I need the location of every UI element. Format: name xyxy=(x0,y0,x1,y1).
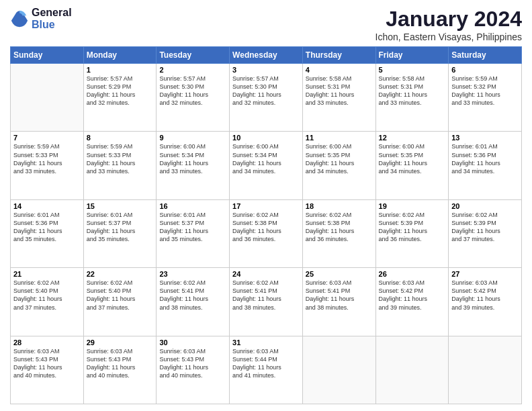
cell-date-number: 6 xyxy=(451,66,519,74)
cell-info-text: Sunrise: 6:02 AM Sunset: 5:40 PM Dayligh… xyxy=(87,279,154,312)
cell-date-number: 8 xyxy=(87,134,154,142)
title-block: January 2024 Ichon, Eastern Visayas, Phi… xyxy=(375,7,522,42)
cell-info-text: Sunrise: 6:02 AM Sunset: 5:38 PM Dayligh… xyxy=(306,211,373,244)
table-row: 19Sunrise: 6:02 AM Sunset: 5:39 PM Dayli… xyxy=(375,199,449,267)
cell-date-number: 11 xyxy=(306,134,373,142)
logo: General Blue xyxy=(10,7,72,31)
cell-info-text: Sunrise: 6:02 AM Sunset: 5:39 PM Dayligh… xyxy=(379,211,446,244)
cell-date-number: 5 xyxy=(379,66,446,74)
cell-date-number: 19 xyxy=(379,202,446,210)
cell-info-text: Sunrise: 5:57 AM Sunset: 5:29 PM Dayligh… xyxy=(87,75,154,107)
cell-date-number: 4 xyxy=(306,66,373,74)
cell-date-number: 25 xyxy=(306,270,373,278)
table-row: 22Sunrise: 6:02 AM Sunset: 5:40 PM Dayli… xyxy=(83,268,157,336)
col-tuesday: Tuesday xyxy=(157,47,230,64)
cell-date-number: 27 xyxy=(451,270,519,278)
cell-info-text: Sunrise: 6:00 AM Sunset: 5:35 PM Dayligh… xyxy=(306,142,373,175)
page: General Blue January 2024 Ichon, Eastern… xyxy=(0,0,532,411)
cell-info-text: Sunrise: 5:59 AM Sunset: 5:32 PM Dayligh… xyxy=(451,75,519,107)
table-row: 3Sunrise: 5:57 AM Sunset: 5:30 PM Daylig… xyxy=(230,64,303,132)
logo-icon xyxy=(10,9,29,28)
table-row: 18Sunrise: 6:02 AM Sunset: 5:38 PM Dayli… xyxy=(302,199,375,267)
cell-info-text: Sunrise: 5:59 AM Sunset: 5:33 PM Dayligh… xyxy=(87,142,154,175)
calendar-week-row: 28Sunrise: 6:03 AM Sunset: 5:43 PM Dayli… xyxy=(11,336,522,404)
cell-info-text: Sunrise: 6:00 AM Sunset: 5:34 PM Dayligh… xyxy=(232,142,300,175)
table-row: 4Sunrise: 5:58 AM Sunset: 5:31 PM Daylig… xyxy=(302,64,375,132)
calendar-week-row: 1Sunrise: 5:57 AM Sunset: 5:29 PM Daylig… xyxy=(11,64,522,132)
cell-date-number: 1 xyxy=(87,66,154,74)
cell-info-text: Sunrise: 5:57 AM Sunset: 5:30 PM Dayligh… xyxy=(159,75,226,107)
table-row: 25Sunrise: 6:03 AM Sunset: 5:41 PM Dayli… xyxy=(302,268,375,336)
table-row xyxy=(302,336,375,404)
cell-info-text: Sunrise: 6:03 AM Sunset: 5:44 PM Dayligh… xyxy=(232,347,300,380)
cell-date-number: 22 xyxy=(87,270,154,278)
table-row xyxy=(375,336,449,404)
cell-date-number: 14 xyxy=(13,202,81,210)
table-row: 28Sunrise: 6:03 AM Sunset: 5:43 PM Dayli… xyxy=(11,336,84,404)
cell-info-text: Sunrise: 6:00 AM Sunset: 5:35 PM Dayligh… xyxy=(379,142,446,175)
table-row: 23Sunrise: 6:02 AM Sunset: 5:41 PM Dayli… xyxy=(157,268,230,336)
cell-date-number: 20 xyxy=(451,202,519,210)
cell-date-number: 10 xyxy=(232,134,300,142)
cell-info-text: Sunrise: 6:03 AM Sunset: 5:42 PM Dayligh… xyxy=(379,279,446,312)
col-saturday: Saturday xyxy=(449,47,522,64)
table-row: 21Sunrise: 6:02 AM Sunset: 5:40 PM Dayli… xyxy=(11,268,84,336)
logo-text: General Blue xyxy=(32,7,72,31)
table-row: 13Sunrise: 6:01 AM Sunset: 5:36 PM Dayli… xyxy=(449,132,522,199)
table-row: 9Sunrise: 6:00 AM Sunset: 5:34 PM Daylig… xyxy=(157,132,230,199)
cell-date-number: 13 xyxy=(451,134,519,142)
cell-date-number: 16 xyxy=(159,202,226,210)
table-row: 24Sunrise: 6:02 AM Sunset: 5:41 PM Dayli… xyxy=(230,268,303,336)
table-row: 16Sunrise: 6:01 AM Sunset: 5:37 PM Dayli… xyxy=(157,199,230,267)
cell-date-number: 18 xyxy=(306,202,373,210)
table-row: 6Sunrise: 5:59 AM Sunset: 5:32 PM Daylig… xyxy=(449,64,522,132)
table-row: 17Sunrise: 6:02 AM Sunset: 5:38 PM Dayli… xyxy=(230,199,303,267)
cell-date-number: 28 xyxy=(13,338,81,347)
cell-info-text: Sunrise: 5:57 AM Sunset: 5:30 PM Dayligh… xyxy=(232,75,300,107)
cell-date-number: 9 xyxy=(159,134,226,142)
calendar-header-row: Sunday Monday Tuesday Wednesday Thursday… xyxy=(11,47,522,64)
cell-date-number: 23 xyxy=(159,270,226,278)
page-title: January 2024 xyxy=(375,7,522,32)
cell-date-number: 21 xyxy=(13,270,81,278)
calendar-week-row: 14Sunrise: 6:01 AM Sunset: 5:36 PM Dayli… xyxy=(11,199,522,267)
cell-info-text: Sunrise: 6:01 AM Sunset: 5:37 PM Dayligh… xyxy=(159,211,226,244)
cell-date-number: 30 xyxy=(159,338,226,347)
col-sunday: Sunday xyxy=(11,47,84,64)
table-row: 11Sunrise: 6:00 AM Sunset: 5:35 PM Dayli… xyxy=(302,132,375,199)
page-subtitle: Ichon, Eastern Visayas, Philippines xyxy=(375,32,522,42)
cell-date-number: 2 xyxy=(159,66,226,74)
cell-info-text: Sunrise: 6:01 AM Sunset: 5:36 PM Dayligh… xyxy=(13,211,81,244)
table-row: 26Sunrise: 6:03 AM Sunset: 5:42 PM Dayli… xyxy=(375,268,449,336)
calendar-table: Sunday Monday Tuesday Wednesday Thursday… xyxy=(10,46,522,404)
calendar-week-row: 7Sunrise: 5:59 AM Sunset: 5:33 PM Daylig… xyxy=(11,132,522,199)
calendar-week-row: 21Sunrise: 6:02 AM Sunset: 5:40 PM Dayli… xyxy=(11,268,522,336)
cell-info-text: Sunrise: 6:03 AM Sunset: 5:43 PM Dayligh… xyxy=(87,347,154,380)
cell-date-number: 31 xyxy=(232,338,300,347)
table-row: 20Sunrise: 6:02 AM Sunset: 5:39 PM Dayli… xyxy=(449,199,522,267)
table-row xyxy=(449,336,522,404)
cell-info-text: Sunrise: 6:03 AM Sunset: 5:42 PM Dayligh… xyxy=(451,279,519,312)
cell-info-text: Sunrise: 6:03 AM Sunset: 5:41 PM Dayligh… xyxy=(306,279,373,312)
cell-date-number: 29 xyxy=(87,338,154,347)
cell-info-text: Sunrise: 6:02 AM Sunset: 5:39 PM Dayligh… xyxy=(451,211,519,244)
col-friday: Friday xyxy=(375,47,449,64)
cell-date-number: 17 xyxy=(232,202,300,210)
cell-date-number: 15 xyxy=(87,202,154,210)
cell-date-number: 24 xyxy=(232,270,300,278)
col-wednesday: Wednesday xyxy=(230,47,303,64)
table-row: 27Sunrise: 6:03 AM Sunset: 5:42 PM Dayli… xyxy=(449,268,522,336)
cell-info-text: Sunrise: 5:58 AM Sunset: 5:31 PM Dayligh… xyxy=(379,75,446,107)
table-row: 29Sunrise: 6:03 AM Sunset: 5:43 PM Dayli… xyxy=(83,336,157,404)
table-row: 2Sunrise: 5:57 AM Sunset: 5:30 PM Daylig… xyxy=(157,64,230,132)
cell-date-number: 12 xyxy=(379,134,446,142)
cell-info-text: Sunrise: 5:58 AM Sunset: 5:31 PM Dayligh… xyxy=(306,75,373,107)
cell-info-text: Sunrise: 6:01 AM Sunset: 5:36 PM Dayligh… xyxy=(451,142,519,175)
cell-info-text: Sunrise: 6:00 AM Sunset: 5:34 PM Dayligh… xyxy=(159,142,226,175)
table-row: 8Sunrise: 5:59 AM Sunset: 5:33 PM Daylig… xyxy=(83,132,157,199)
col-monday: Monday xyxy=(83,47,157,64)
table-row: 15Sunrise: 6:01 AM Sunset: 5:37 PM Dayli… xyxy=(83,199,157,267)
table-row: 31Sunrise: 6:03 AM Sunset: 5:44 PM Dayli… xyxy=(230,336,303,404)
cell-info-text: Sunrise: 6:03 AM Sunset: 5:43 PM Dayligh… xyxy=(13,347,81,380)
cell-date-number: 3 xyxy=(232,66,300,74)
